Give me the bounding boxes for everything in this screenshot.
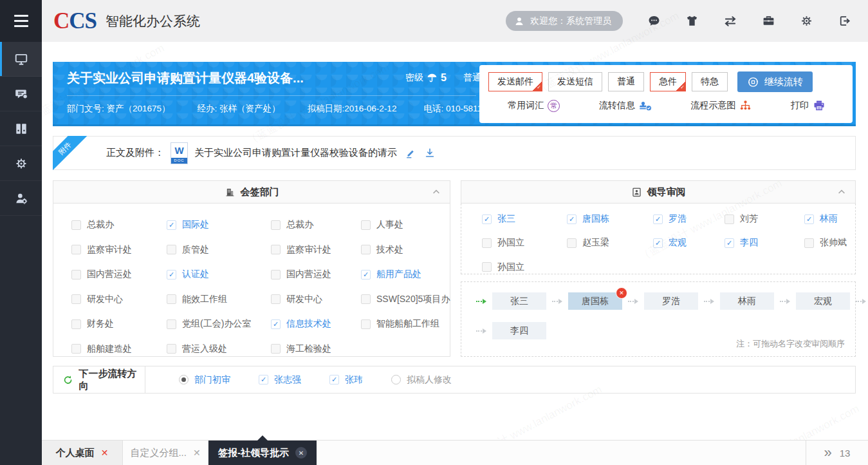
leader-option[interactable]: 赵玉梁: [567, 236, 653, 249]
flow-name-chip[interactable]: 唐国栋✕: [568, 292, 622, 310]
leader-option[interactable]: 张帅斌: [804, 236, 850, 249]
remove-icon[interactable]: ✕: [616, 287, 627, 299]
checkbox[interactable]: ✓: [725, 238, 734, 248]
next-step-option[interactable]: 部门初审: [179, 374, 230, 386]
secrecy-level[interactable]: 密级 5: [405, 72, 447, 84]
checkbox[interactable]: ✓: [567, 214, 577, 224]
checkbox[interactable]: [482, 262, 492, 272]
next-step-option[interactable]: ✓张志强: [259, 374, 301, 386]
sidebar-item-desktop[interactable]: [0, 42, 42, 77]
leader-option[interactable]: ✓唐国栋: [567, 213, 653, 225]
normal-button[interactable]: 普通: [608, 72, 644, 91]
flow-chart-link[interactable]: 流程示意图: [690, 100, 752, 112]
leader-option[interactable]: ✓林雨: [804, 213, 850, 225]
dept-option[interactable]: 总裁办: [271, 218, 361, 232]
close-icon[interactable]: ✕: [193, 448, 201, 458]
checkbox[interactable]: [71, 245, 81, 254]
radio[interactable]: [391, 375, 401, 384]
dept-option[interactable]: 船舶建造处: [71, 342, 167, 357]
dept-option[interactable]: 国内营运处: [71, 267, 167, 282]
checkbox[interactable]: [167, 319, 176, 329]
flow-name-chip[interactable]: 林雨: [720, 292, 774, 310]
collapse-icon[interactable]: [431, 187, 441, 197]
sidebar-item-settings[interactable]: [0, 146, 42, 181]
dept-option[interactable]: 总裁办: [71, 218, 167, 232]
checkbox[interactable]: [167, 294, 176, 304]
leader-option[interactable]: ✓李四: [725, 236, 804, 249]
checkbox[interactable]: [167, 245, 176, 254]
dept-option[interactable]: 财务处: [71, 317, 167, 332]
dept-option[interactable]: ✓信息技术处: [271, 317, 361, 332]
next-step-option[interactable]: 拟稿人修改: [391, 374, 452, 386]
settings-icon[interactable]: [800, 14, 813, 28]
transfer-icon[interactable]: [723, 14, 737, 28]
checkbox[interactable]: [271, 294, 281, 304]
dept-option[interactable]: 技术处: [361, 243, 450, 258]
checkbox[interactable]: [725, 214, 734, 224]
dept-option[interactable]: 能效工作组: [167, 292, 271, 307]
urgent-button[interactable]: 急件✓: [650, 72, 686, 91]
checkbox[interactable]: [361, 319, 371, 329]
dept-option[interactable]: 监察审计处: [71, 243, 167, 258]
checkbox[interactable]: ✓: [167, 270, 176, 280]
logout-icon[interactable]: [838, 14, 851, 28]
checkbox[interactable]: [361, 220, 371, 230]
flow-name-chip[interactable]: 李四: [492, 322, 546, 339]
checkbox[interactable]: ✓: [271, 319, 281, 329]
menu-toggle-icon[interactable]: [0, 0, 42, 42]
close-icon[interactable]: ✕: [295, 447, 307, 459]
briefcase-icon[interactable]: [762, 14, 775, 28]
send-sms-button[interactable]: 发送短信: [548, 72, 602, 91]
checkbox[interactable]: [361, 245, 371, 254]
checkbox[interactable]: [804, 238, 814, 248]
checkbox[interactable]: [71, 294, 81, 304]
edit-icon[interactable]: [405, 147, 416, 159]
attachment-filename[interactable]: 关于实业公司申请购置计量仪器校验设备的请示: [194, 147, 397, 159]
tab-personal-desktop[interactable]: 个人桌面 ✕: [42, 441, 123, 465]
checkbox[interactable]: ✓: [329, 375, 339, 384]
dept-option[interactable]: 质管处: [167, 243, 271, 258]
next-tabs-icon[interactable]: »: [824, 446, 832, 460]
checkbox[interactable]: [167, 344, 176, 354]
dept-option[interactable]: 国内营运处: [271, 267, 361, 282]
tab-report-leader-review[interactable]: 签报-社领导批示 ✕: [208, 441, 317, 465]
continue-flow-button[interactable]: 继续流转: [737, 71, 813, 92]
dept-option[interactable]: 营运入级处: [167, 342, 271, 357]
user-badge[interactable]: 欢迎您：系统管理员: [506, 11, 623, 31]
checkbox[interactable]: [361, 294, 371, 304]
print-link[interactable]: 打印: [791, 99, 826, 112]
leader-option[interactable]: ✓罗浩: [653, 213, 725, 225]
dept-option[interactable]: 监察审计处: [271, 243, 361, 258]
dept-option[interactable]: 研发中心: [71, 292, 167, 307]
checkbox[interactable]: [271, 245, 281, 254]
dept-option[interactable]: ✓国际处: [167, 218, 271, 232]
flow-name-chip[interactable]: 罗浩: [644, 292, 698, 310]
leader-option[interactable]: 刘芳: [725, 213, 804, 225]
sidebar-item-archive[interactable]: [0, 111, 42, 146]
flow-info-link[interactable]: 流转信息: [599, 100, 652, 112]
checkbox[interactable]: ✓: [653, 238, 663, 248]
checkbox[interactable]: ✓: [361, 270, 371, 280]
dept-option[interactable]: 智能船舶工作组: [361, 317, 450, 332]
checkbox[interactable]: [71, 220, 81, 230]
checkbox[interactable]: ✓: [804, 214, 814, 224]
download-icon[interactable]: [424, 147, 436, 159]
checkbox[interactable]: ✓: [259, 375, 268, 384]
next-step-option[interactable]: ✓张玮: [329, 374, 363, 386]
express-button[interactable]: 特急: [692, 72, 728, 91]
checkbox[interactable]: [71, 344, 81, 354]
checkbox[interactable]: [271, 270, 281, 280]
checkbox[interactable]: [71, 270, 81, 280]
checkbox[interactable]: [71, 319, 81, 329]
dept-option[interactable]: 研发中心: [271, 292, 361, 307]
flow-name-chip[interactable]: 张三: [492, 292, 546, 310]
collapse-icon[interactable]: [836, 187, 847, 197]
dept-option[interactable]: ✓船用产品处: [361, 267, 450, 282]
leader-option[interactable]: ✓张三: [482, 213, 567, 225]
message-icon[interactable]: [647, 14, 661, 28]
dept-option[interactable]: ✓认证处: [167, 267, 271, 282]
checkbox[interactable]: ✓: [653, 214, 663, 224]
dept-option[interactable]: 人事处: [361, 218, 450, 232]
send-mail-button[interactable]: 发送邮件✓: [488, 72, 542, 91]
radio[interactable]: [179, 375, 189, 384]
